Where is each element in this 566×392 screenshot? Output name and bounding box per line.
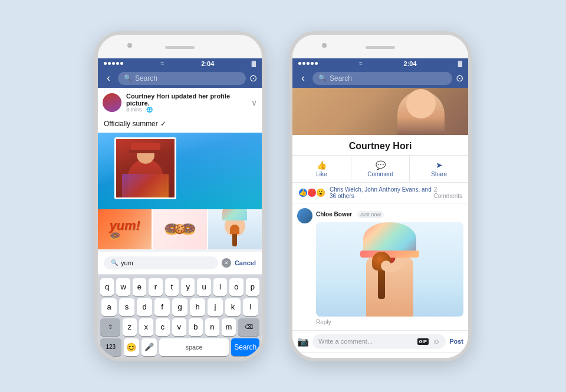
post-author-left: Courtney Hori updated her profile pictur… [126, 93, 246, 107]
comment-item: Chloe Bower Just now [297, 208, 463, 317]
key-k[interactable]: k [225, 298, 241, 316]
checkmark-icon: ✓ [160, 120, 166, 128]
key-j[interactable]: j [208, 298, 223, 316]
battery-area-right: ▓ [458, 60, 462, 67]
comment-action-button[interactable]: 💬 Comment [351, 156, 410, 182]
nav-home[interactable]: ⊞ [292, 353, 328, 361]
left-fb-nav[interactable]: ‹ 🔍 Search ⊙ [98, 69, 262, 88]
comment-header: Chloe Bower Just now [316, 208, 463, 219]
comment-text-field[interactable]: Write a comment... GIF ☺ [312, 334, 446, 349]
search-icon-left: 🔍 [124, 74, 132, 82]
emoji-icon-comment[interactable]: ☺ [432, 337, 440, 346]
nav-friends[interactable]: 👥 [328, 353, 363, 361]
nav-video[interactable]: ▶ [363, 353, 398, 361]
key-p[interactable]: p [246, 278, 259, 296]
video-nav-icon: ▶ [376, 359, 384, 361]
keyboard: q w e r t y u i o p a s d f g h j k [98, 275, 262, 361]
key-d[interactable]: d [137, 298, 152, 316]
search-bar-text-left: Search [135, 74, 157, 83]
emoji-key[interactable]: 😊 [124, 338, 139, 356]
key-a[interactable]: a [101, 298, 117, 316]
photo-grid-row: yum! 🍩 🍩🍩 🍪 [98, 209, 262, 249]
comment-input-row[interactable]: 📷 Write a comment... GIF ☺ Post [292, 330, 468, 353]
banner-image [292, 88, 468, 135]
yum-photo: yum! 🍩 [98, 209, 152, 249]
key-v[interactable]: v [172, 318, 186, 336]
reply-link[interactable]: Reply [297, 317, 463, 325]
post-caption-left: Officially summer ✓ [98, 117, 262, 133]
post-more-btn-left[interactable]: ∨ [251, 98, 257, 107]
comment-placeholder: Write a comment... [318, 338, 373, 345]
reaction-icons: 👍 ❤️ 😮 Chris Welch, John Anthony Evans, … [298, 186, 434, 199]
search-bar-left[interactable]: 🔍 Search [118, 72, 246, 85]
mic-key[interactable]: 🎤 [142, 338, 157, 356]
post-avatar-left [103, 93, 121, 112]
search-field[interactable]: 🔍 yum [104, 256, 218, 269]
key-n[interactable]: n [205, 318, 219, 336]
back-button-left[interactable]: ‹ [103, 72, 114, 84]
key-z[interactable]: z [123, 318, 137, 336]
key-b[interactable]: b [189, 318, 203, 336]
share-action-button[interactable]: ➤ Share [410, 156, 468, 182]
key-t[interactable]: t [165, 278, 179, 296]
key-i[interactable]: i [213, 278, 227, 296]
search-bar-text-right: Search [330, 74, 352, 83]
post-meta-left: Courtney Hori updated her profile pictur… [126, 93, 246, 113]
shift-key[interactable]: ⇧ [100, 318, 120, 336]
cancel-search-button[interactable]: Cancel [235, 259, 256, 266]
key-f[interactable]: f [154, 298, 170, 316]
nav-globe[interactable]: 🌐 [398, 353, 433, 361]
search-bar-right[interactable]: 🔍 Search [312, 72, 452, 85]
post-button[interactable]: Post [449, 338, 463, 345]
share-action-label: Share [431, 171, 447, 177]
like-action-button[interactable]: 👍 Like [292, 156, 351, 182]
number-key[interactable]: 123 [100, 338, 121, 356]
left-screen: Courtney Hori updated her profile pictur… [98, 88, 262, 361]
key-r[interactable]: r [149, 278, 162, 296]
key-h[interactable]: h [190, 298, 205, 316]
key-q[interactable]: q [100, 278, 114, 296]
left-phone: ≈ 2:04 ▓ ‹ 🔍 Search ⊙ Courtney Hori upda… [94, 31, 265, 361]
wifi-icon: ≈ [160, 60, 164, 67]
gif-badge[interactable]: GIF [417, 338, 429, 345]
love-emoji: ❤️ [307, 188, 317, 197]
messenger-icon-left[interactable]: ⊙ [249, 73, 257, 84]
right-bezel-top [292, 35, 468, 58]
key-c[interactable]: c [156, 318, 170, 336]
search-field-value[interactable]: yum [121, 259, 211, 266]
delete-key[interactable]: ⌫ [238, 318, 259, 336]
right-screen: Courtney Hori 👍 Like 💬 Comment ➤ Share 👍… [292, 88, 468, 361]
clear-search-button[interactable]: ✕ [222, 258, 231, 268]
key-u[interactable]: u [197, 278, 210, 296]
key-x[interactable]: x [139, 318, 153, 336]
key-m[interactable]: m [222, 318, 236, 336]
reaction-names: Chris Welch, John Anthony Evans, and 36 … [330, 186, 434, 199]
messenger-icon-right[interactable]: ⊙ [456, 73, 463, 84]
search-key[interactable]: Search [231, 338, 259, 356]
home-nav-icon: ⊞ [305, 359, 314, 361]
key-o[interactable]: o [229, 278, 243, 296]
comment-action-icon: 💬 [376, 160, 386, 170]
camera-icon[interactable]: 📷 [297, 336, 309, 347]
key-l[interactable]: l [243, 298, 258, 316]
speaker-right [366, 46, 395, 49]
wow-emoji: 😮 [316, 188, 325, 197]
key-y[interactable]: y [181, 278, 195, 296]
post-card-left: Courtney Hori updated her profile pictur… [98, 88, 262, 249]
baby-render [316, 222, 463, 317]
right-fb-nav[interactable]: ‹ 🔍 Search ⊙ [292, 69, 468, 88]
left-bezel-top [98, 35, 262, 58]
battery-area-left: ▓ [252, 60, 256, 67]
key-w[interactable]: w [116, 278, 130, 296]
bottom-nav: ⊞ 👥 ▶ 🌐 ≡ [292, 353, 468, 361]
nav-menu[interactable]: ≡ [433, 353, 468, 361]
key-e[interactable]: e [133, 278, 146, 296]
space-key[interactable]: space [159, 338, 229, 356]
key-s[interactable]: s [119, 298, 134, 316]
key-g[interactable]: g [172, 298, 187, 316]
comment-action-label: Comment [367, 171, 393, 177]
search-in-feed[interactable]: 🔍 yum ✕ Cancel [98, 252, 262, 275]
profile-name: Courtney Hori [297, 141, 463, 151]
action-buttons-row: 👍 Like 💬 Comment ➤ Share [292, 156, 468, 183]
back-button-right[interactable]: ‹ [297, 72, 309, 84]
